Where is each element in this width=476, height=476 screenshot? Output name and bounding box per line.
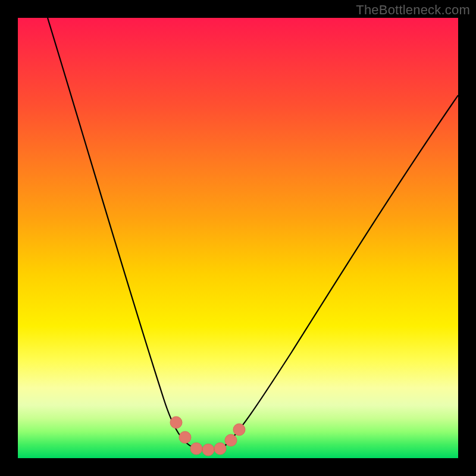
curve-left-branch [48, 18, 193, 447]
marker-group [170, 416, 245, 456]
marker-left-upper [170, 416, 182, 428]
chart-frame: TheBottleneck.com [0, 0, 476, 476]
watermark-text: TheBottleneck.com [356, 2, 470, 18]
marker-left-lower [179, 431, 191, 443]
curve-layer [18, 18, 458, 458]
plot-area [18, 18, 458, 458]
marker-right-upper [225, 434, 237, 446]
marker-floor-left [190, 443, 202, 455]
marker-right-lower [233, 424, 245, 436]
marker-floor-mid [202, 444, 214, 456]
marker-floor-right [214, 443, 226, 455]
curve-right-branch [223, 95, 458, 447]
